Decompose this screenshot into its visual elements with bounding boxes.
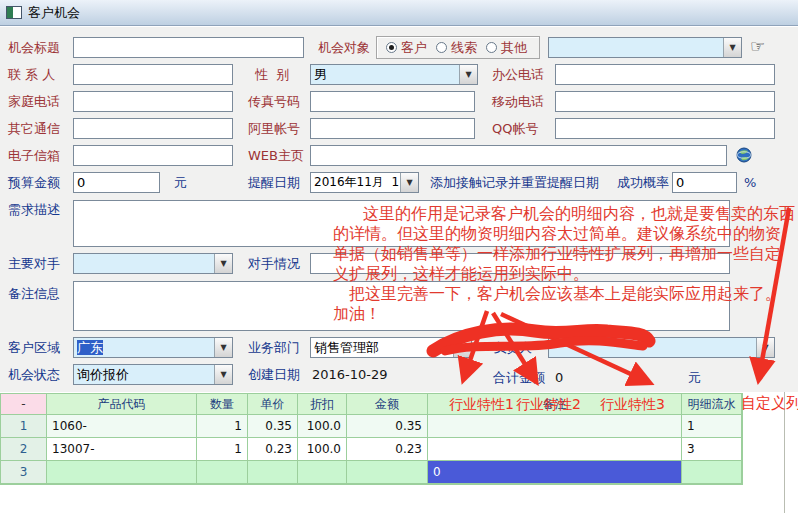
note-line: 的详情。但这里的物资明细内容太过简单。建议像系统中的物资	[333, 224, 798, 244]
row-number[interactable]: 2	[1, 438, 47, 461]
opp-status-label: 机会状态	[8, 364, 60, 385]
chevron-down-icon[interactable]: ▼	[214, 338, 232, 357]
other-comm-input[interactable]	[73, 118, 233, 139]
chevron-down-icon[interactable]: ▼	[723, 38, 741, 57]
customer-region-combo[interactable]: 广东▼	[73, 337, 233, 358]
create-date-label: 创建日期	[248, 364, 300, 385]
success-rate-unit: %	[744, 172, 756, 193]
reviewer-note: 这里的作用是记录客户机会的明细内容，也就是要售卖的东西 的详情。但这里的物资明细…	[333, 204, 798, 324]
success-rate-input[interactable]: 0	[672, 172, 737, 193]
add-contact-record-link[interactable]: 添加接触记录并重置提醒日期	[430, 172, 599, 193]
contact-input[interactable]	[73, 64, 233, 85]
column-header-code: 产品代码	[47, 394, 197, 415]
cell-price[interactable]	[248, 461, 298, 484]
ali-account-input[interactable]	[310, 118, 475, 139]
cell-remark[interactable]	[428, 438, 682, 461]
chevron-down-icon[interactable]: ▼	[459, 65, 477, 84]
email-input[interactable]	[73, 145, 233, 166]
target-radio-group: 客户 线索 其他	[376, 36, 540, 59]
chevron-down-icon[interactable]: ▼	[756, 338, 774, 357]
chevron-down-icon[interactable]: ▼	[453, 338, 471, 357]
other-comm-label: 其它通信	[8, 118, 60, 139]
column-header-qty: 数量	[197, 394, 248, 415]
target-combo[interactable]: ▼	[548, 37, 742, 58]
cell-code[interactable]	[47, 461, 197, 484]
contact-label: 联 系 人	[8, 64, 55, 85]
cell-price[interactable]: 0.35	[248, 415, 298, 438]
web-home-input[interactable]	[310, 145, 727, 166]
mobile-input[interactable]	[555, 91, 775, 112]
cell-amount[interactable]: 0.35	[347, 415, 428, 438]
home-phone-label: 家庭电话	[8, 91, 60, 112]
row-number[interactable]: 3	[1, 461, 47, 484]
owner-label: 负责人	[493, 337, 532, 358]
note-line: 这里的作用是记录客户机会的明细内容，也就是要售卖的东西	[333, 204, 798, 224]
title-bar: 客户机会	[0, 0, 798, 26]
create-date-value: 2016-10-29	[312, 364, 388, 385]
annotation-custom-col: 自定义列	[741, 395, 798, 411]
budget-label: 预算金额	[8, 172, 60, 193]
opportunity-title-input[interactable]	[73, 37, 304, 58]
fax-input[interactable]	[310, 91, 475, 112]
cell-discount[interactable]: 100.0	[298, 438, 347, 461]
column-header-serial: 明细流水	[682, 394, 742, 415]
main-rival-combo[interactable]: ▼	[73, 253, 233, 274]
cell-amount[interactable]: 0.23	[347, 438, 428, 461]
cell-qty[interactable]: 1	[197, 438, 248, 461]
cell-code[interactable]: 1060-	[47, 415, 197, 438]
main-rival-label: 主要对手	[8, 253, 60, 274]
rival-info-label: 对手情况	[248, 253, 300, 274]
email-label: 电子信箱	[8, 145, 60, 166]
annotation-industry-col-2: 行业特性2	[516, 396, 581, 412]
qq-account-input[interactable]	[555, 118, 775, 139]
cell-serial[interactable]	[682, 461, 742, 484]
cell-price[interactable]: 0.23	[248, 438, 298, 461]
column-header-amount: 金额	[347, 394, 428, 415]
office-phone-input[interactable]	[555, 64, 775, 85]
fax-label: 传真号码	[248, 91, 300, 112]
total-amount-unit: 元	[688, 367, 701, 388]
budget-unit: 元	[174, 172, 187, 193]
cell-remark[interactable]	[428, 415, 682, 438]
radio-other[interactable]: 其他	[486, 39, 527, 57]
cell-qty[interactable]	[197, 461, 248, 484]
remind-date-picker[interactable]: 2016年11月 1日▼	[310, 172, 419, 193]
radio-lead[interactable]: 线索	[436, 39, 477, 57]
cell-remark-selected[interactable]: 0	[428, 461, 682, 484]
customer-region-label: 客户区域	[8, 337, 60, 358]
cell-discount[interactable]: 100.0	[298, 415, 347, 438]
business-dept-label: 业务部门	[248, 337, 300, 358]
opp-status-combo[interactable]: 询价报价▼	[73, 364, 233, 385]
cell-amount[interactable]	[347, 461, 428, 484]
web-home-label: WEB主页	[248, 145, 304, 166]
chevron-down-icon[interactable]: ▼	[214, 365, 232, 384]
success-rate-label: 成功概率	[617, 172, 669, 193]
cell-qty[interactable]: 1	[197, 415, 248, 438]
chevron-down-icon[interactable]: ▼	[214, 254, 232, 273]
window-title: 客户机会	[28, 4, 80, 22]
note-line: 加油！	[333, 304, 798, 324]
note-line: 单据（如销售单等）一样添加行业特性扩展列，再增加一些自定	[333, 244, 798, 264]
pointing-hand-icon[interactable]: ☞	[750, 36, 765, 57]
column-header-index: -	[1, 394, 47, 415]
cell-discount[interactable]	[298, 461, 347, 484]
gender-combo[interactable]: 男▼	[310, 64, 478, 85]
chevron-down-icon[interactable]: ▼	[400, 173, 418, 192]
target-label: 机会对象	[318, 37, 370, 58]
ali-account-label: 阿里帐号	[248, 118, 300, 139]
total-amount-label: 合计金额	[493, 367, 545, 388]
business-dept-combo[interactable]: 销售管理部▼	[310, 337, 472, 358]
budget-input[interactable]: 0	[73, 172, 160, 193]
mobile-label: 移动电话	[492, 91, 544, 112]
owner-combo[interactable]: ▼	[548, 337, 775, 358]
window-icon	[6, 6, 22, 19]
radio-icon	[486, 42, 497, 53]
cell-code[interactable]: 13007-	[47, 438, 197, 461]
row-number[interactable]: 1	[1, 415, 47, 438]
cell-serial[interactable]: 3	[682, 438, 742, 461]
radio-customer[interactable]: 客户	[386, 39, 427, 57]
cell-serial[interactable]: 1	[682, 415, 742, 438]
radio-icon	[436, 42, 447, 53]
home-phone-input[interactable]	[73, 91, 233, 112]
demand-desc-label: 需求描述	[8, 199, 60, 220]
